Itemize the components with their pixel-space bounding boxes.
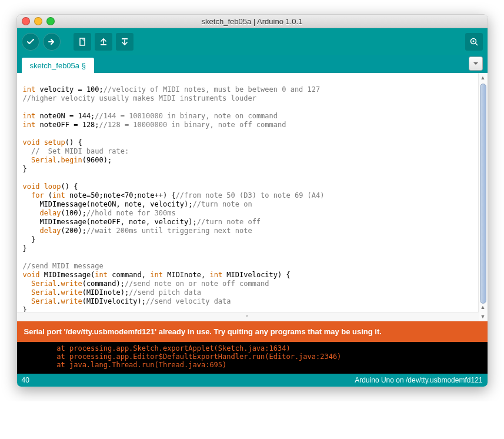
vertical-scrollbar[interactable]: ▲ ▲ ▼ (478, 73, 488, 321)
line-number: 40 (22, 376, 29, 384)
save-button[interactable] (116, 33, 133, 51)
svg-line-4 (475, 44, 478, 46)
board-port: Arduino Uno on /dev/tty.usbmodemfd121 (355, 376, 482, 384)
close-icon[interactable] (22, 17, 30, 25)
svg-rect-2 (122, 38, 128, 39)
svg-point-5 (472, 41, 474, 42)
window: sketch_feb05a | Arduino 1.0.1 sketch_feb… (16, 14, 488, 387)
serial-monitor-button[interactable] (465, 33, 483, 51)
open-button[interactable] (95, 33, 112, 51)
error-message: Serial port '/dev/tty.usbmodemfd121' alr… (24, 327, 382, 336)
upload-button[interactable] (43, 33, 61, 51)
scrollbar-thumb[interactable] (480, 84, 486, 304)
tab-menu-button[interactable] (469, 56, 483, 71)
svg-rect-1 (101, 44, 106, 45)
console-line: at processing.app.Sketch.exportApplet(Sk… (23, 344, 291, 352)
code-content[interactable]: int velocity = 100;//velocity of MIDI no… (17, 73, 488, 318)
svg-rect-0 (80, 38, 85, 45)
error-bar: Serial port '/dev/tty.usbmodemfd121' alr… (17, 321, 488, 342)
window-controls (22, 17, 55, 25)
verify-button[interactable] (22, 33, 39, 51)
tab-sketch[interactable]: sketch_feb05a § (22, 58, 94, 73)
zoom-icon[interactable] (46, 17, 55, 25)
scroll-up-icon[interactable]: ▲ (479, 73, 488, 82)
tab-label: sketch_feb05a § (30, 61, 86, 70)
console[interactable]: at processing.app.Sketch.exportApplet(Sk… (17, 342, 488, 374)
console-line: at processing.app.Editor$DefaultExportHa… (23, 352, 342, 361)
scroll-down-icon[interactable]: ▲ (479, 302, 488, 312)
tab-bar: sketch_feb05a § (17, 55, 488, 73)
minimize-icon[interactable] (34, 17, 42, 25)
new-button[interactable] (74, 33, 91, 51)
window-title: sketch_feb05a | Arduino 1.0.1 (55, 17, 450, 26)
toolbar (17, 28, 488, 55)
chevron-down-icon (473, 61, 479, 66)
code-editor[interactable]: int velocity = 100;//velocity of MIDI no… (17, 73, 488, 321)
scroll-down-icon-2[interactable]: ▼ (479, 312, 488, 321)
status-bar: 40 Arduino Uno on /dev/tty.usbmodemfd121 (17, 374, 488, 387)
split-handle[interactable]: ^ (17, 312, 479, 321)
console-line: at java.lang.Thread.run(Thread.java:695) (23, 361, 227, 369)
titlebar[interactable]: sketch_feb05a | Arduino 1.0.1 (17, 15, 488, 28)
